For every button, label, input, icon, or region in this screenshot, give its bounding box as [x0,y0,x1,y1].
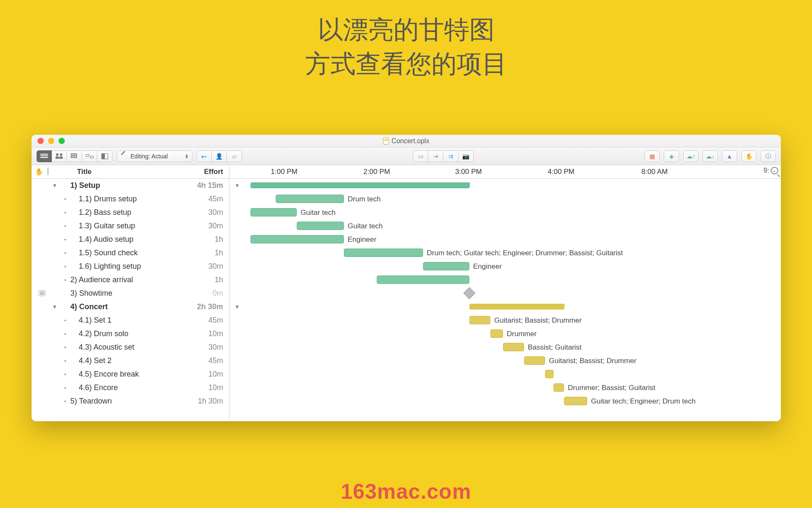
violations-button[interactable]: ▲ [722,150,737,162]
task-title[interactable]: 1.3) Guitar setup [70,222,179,230]
title-column-header[interactable]: Title [60,168,179,176]
task-row[interactable]: ●4.4) Set 245m [32,354,229,367]
task-row[interactable]: ●1.6) Lighting setup30m [32,259,229,273]
gantt-bar[interactable]: Guitar tech [297,222,344,230]
task-row[interactable]: ●4.5) Encore break10m [32,367,229,381]
task-title[interactable]: 4) Concert [70,302,179,311]
gantt-row[interactable] [229,367,781,381]
gantt-row[interactable]: Engineer [229,259,781,273]
milestone-marker[interactable] [463,287,475,299]
task-row[interactable]: ●5) Teardown1h 30m [32,394,229,408]
task-row[interactable]: ●1.3) Guitar setup30m [32,219,229,233]
gantt-row[interactable]: Engineer [229,233,781,246]
gantt-row[interactable] [229,286,781,300]
halt-button[interactable]: ✋ [741,150,756,162]
gantt-bar[interactable]: Drummer; Bassist; Guitarist [554,383,564,392]
task-title[interactable]: 2) Audience arrival [70,275,179,284]
add-milestone-button[interactable]: ▱ [227,150,242,162]
gantt-row[interactable]: Guitarist; Bassist; Drummer [229,313,781,327]
task-title[interactable]: 5) Teardown [70,397,179,406]
task-title[interactable]: 4.4) Set 2 [70,356,179,365]
task-effort[interactable]: 10m [179,329,226,338]
task-effort[interactable]: 30m [179,222,226,230]
task-row[interactable]: ●1.4) Audio setup1h [32,233,229,246]
task-row[interactable]: ●1.1) Drums setup45m [32,192,229,206]
task-row[interactable]: ●1.2) Bass setup30m [32,206,229,219]
task-effort[interactable]: 10m [179,383,226,392]
inspector-button[interactable]: ⓘ [761,150,776,162]
gantt-chart[interactable]: 1:00 PM2:00 PM3:00 PM4:00 PM8:00 AM 9: +… [229,165,781,421]
task-title[interactable]: 1.6) Lighting setup [70,262,179,271]
gantt-row[interactable] [229,273,781,286]
gantt-bar[interactable]: Drummer [490,329,503,338]
task-title[interactable]: 1.4) Audio setup [70,235,179,244]
task-row[interactable]: ●4.3) Acoustic set30m [32,340,229,354]
gantt-bar[interactable]: Drum tech [276,195,344,203]
task-effort[interactable]: 1h [179,249,226,257]
task-effort[interactable]: 1h [179,275,226,284]
add-task-button[interactable]: ▸▪ [197,150,212,162]
reschedule-button[interactable]: ⇥ [428,150,443,162]
gantt-bar[interactable]: Guitarist; Bassist; Drummer [524,356,545,365]
gantt-row[interactable]: Drum tech [229,192,781,206]
snapshot-button[interactable]: 📷 [458,150,474,162]
task-row[interactable]: ●1.5) Sound check1h [32,246,229,259]
level-button[interactable]: ⇉ [443,150,458,162]
gantt-body[interactable]: ▼Drum techGuitar techGuitar techEngineer… [229,179,781,421]
calendar-view-button[interactable] [67,150,82,162]
task-effort[interactable]: 30m [179,343,226,352]
gantt-row[interactable]: ▼ [229,300,781,313]
network-view-button[interactable] [82,150,97,162]
task-title[interactable]: 1.5) Sound check [70,249,179,257]
gantt-row[interactable]: Guitarist; Bassist; Drummer [229,354,781,367]
resource-view-button[interactable] [52,150,67,162]
gantt-bar[interactable] [250,182,469,188]
task-row[interactable]: 3) Showtime0m [32,286,229,300]
task-title[interactable]: 4.5) Encore break [70,370,179,379]
task-title[interactable]: 4.6) Encore [70,383,179,392]
notes-column-icon[interactable] [48,168,48,176]
task-row[interactable]: ●2) Audience arrival1h [32,273,229,286]
task-row[interactable]: ●4.2) Drum solo10m [32,327,229,340]
gantt-row[interactable]: Guitar tech [229,219,781,233]
task-effort[interactable]: 45m [179,356,226,365]
task-effort[interactable]: 1h 30m [179,397,226,406]
task-title[interactable]: 1.2) Bass setup [70,208,179,217]
subscribe-button[interactable]: ☁↓ [703,150,718,162]
task-effort[interactable]: 0m [179,289,226,298]
disclosure-triangle-icon[interactable]: ▼ [49,304,60,310]
gantt-bar[interactable]: Engineer [423,262,469,270]
task-row[interactable]: ▼1) Setup4h 15m [32,179,229,192]
task-effort[interactable]: 45m [179,195,226,203]
gantt-disclosure-icon[interactable]: ▼ [234,304,240,310]
catch-up-button[interactable]: ▭ [413,150,428,162]
gantt-row[interactable]: Drummer; Bassist; Guitarist [229,381,781,394]
gantt-row[interactable]: Drum tech; Guitar tech; Engineer; Drumme… [229,246,781,259]
task-row[interactable]: ▼4) Concert2h 30m [32,300,229,313]
editing-mode-select[interactable]: Editing: Actual ▲▼ [117,150,192,162]
gantt-row[interactable]: Bassist; Guitarist [229,340,781,354]
gantt-row[interactable]: ▼ [229,179,781,192]
gantt-bar[interactable]: Drum tech; Guitar tech; Engineer; Drumme… [344,249,423,257]
gantt-bar[interactable] [545,370,554,378]
status-column-icon[interactable]: ✋ [35,168,43,176]
task-row[interactable]: ●4.1) Set 145m [32,313,229,327]
task-title[interactable]: 4.1) Set 1 [70,316,179,325]
add-resource-button[interactable]: 👤 [212,150,227,162]
gantt-bar[interactable]: Engineer [250,235,344,243]
task-effort[interactable]: 4h 15m [179,181,226,190]
gantt-bar[interactable]: Guitarist; Bassist; Drummer [469,316,490,324]
task-title[interactable]: 4.3) Acoustic set [70,343,179,352]
task-effort[interactable]: 1h [179,235,226,244]
gantt-view-button[interactable] [37,150,52,162]
gantt-row[interactable]: Guitar tech [229,206,781,219]
task-effort[interactable]: 2h 30m [179,302,226,311]
task-row[interactable]: ●4.6) Encore10m [32,381,229,394]
gantt-bar[interactable] [469,304,564,310]
effort-column-header[interactable]: Effort [179,168,226,176]
gantt-bar[interactable] [377,275,469,284]
gantt-row[interactable]: Drummer [229,327,781,340]
task-effort[interactable]: 45m [179,316,226,325]
gantt-bar[interactable]: Guitar tech [250,208,297,217]
gantt-bar[interactable]: Guitar tech; Engineer; Drum tech [564,397,587,405]
